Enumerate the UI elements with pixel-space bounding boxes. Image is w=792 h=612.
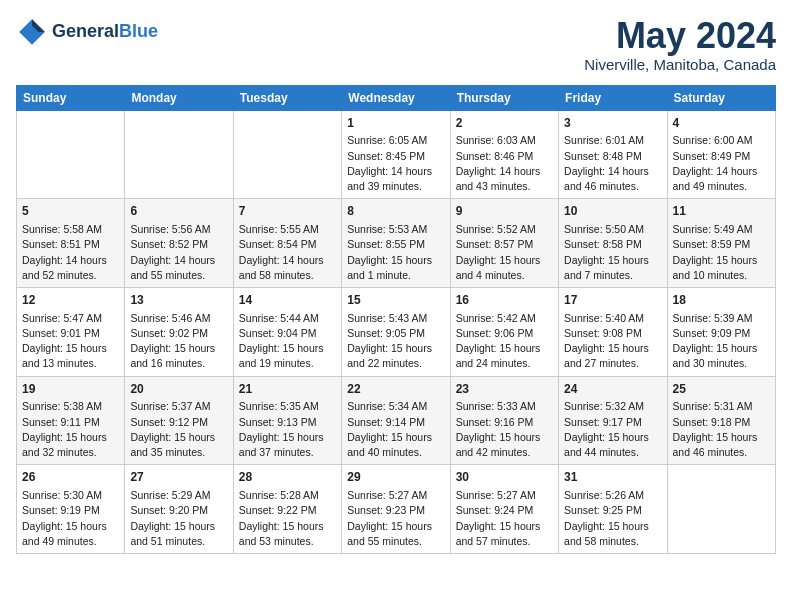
day-number: 7: [239, 203, 336, 220]
day-number: 5: [22, 203, 119, 220]
day-number: 9: [456, 203, 553, 220]
day-info: Sunrise: 5:47 AM Sunset: 9:01 PM Dayligh…: [22, 311, 119, 372]
header-sunday: Sunday: [17, 85, 125, 110]
calendar-cell: 28Sunrise: 5:28 AM Sunset: 9:22 PM Dayli…: [233, 465, 341, 554]
page-header: GeneralBlue May 2024 Niverville, Manitob…: [16, 16, 776, 73]
day-info: Sunrise: 5:50 AM Sunset: 8:58 PM Dayligh…: [564, 222, 661, 283]
day-info: Sunrise: 5:27 AM Sunset: 9:24 PM Dayligh…: [456, 488, 553, 549]
calendar-cell: 7Sunrise: 5:55 AM Sunset: 8:54 PM Daylig…: [233, 199, 341, 288]
calendar-cell: 5Sunrise: 5:58 AM Sunset: 8:51 PM Daylig…: [17, 199, 125, 288]
calendar-cell: 17Sunrise: 5:40 AM Sunset: 9:08 PM Dayli…: [559, 287, 667, 376]
calendar-header: SundayMondayTuesdayWednesdayThursdayFrid…: [17, 85, 776, 110]
day-info: Sunrise: 5:56 AM Sunset: 8:52 PM Dayligh…: [130, 222, 227, 283]
day-number: 28: [239, 469, 336, 486]
day-number: 19: [22, 381, 119, 398]
calendar-cell: 4Sunrise: 6:00 AM Sunset: 8:49 PM Daylig…: [667, 110, 775, 199]
day-number: 13: [130, 292, 227, 309]
calendar-cell: 30Sunrise: 5:27 AM Sunset: 9:24 PM Dayli…: [450, 465, 558, 554]
week-row-3: 12Sunrise: 5:47 AM Sunset: 9:01 PM Dayli…: [17, 287, 776, 376]
header-thursday: Thursday: [450, 85, 558, 110]
month-title: May 2024: [584, 16, 776, 56]
day-info: Sunrise: 5:32 AM Sunset: 9:17 PM Dayligh…: [564, 399, 661, 460]
calendar-cell: 6Sunrise: 5:56 AM Sunset: 8:52 PM Daylig…: [125, 199, 233, 288]
day-info: Sunrise: 5:55 AM Sunset: 8:54 PM Dayligh…: [239, 222, 336, 283]
day-info: Sunrise: 5:37 AM Sunset: 9:12 PM Dayligh…: [130, 399, 227, 460]
day-number: 30: [456, 469, 553, 486]
day-info: Sunrise: 5:42 AM Sunset: 9:06 PM Dayligh…: [456, 311, 553, 372]
day-info: Sunrise: 5:34 AM Sunset: 9:14 PM Dayligh…: [347, 399, 444, 460]
calendar-cell: 22Sunrise: 5:34 AM Sunset: 9:14 PM Dayli…: [342, 376, 450, 465]
day-info: Sunrise: 5:30 AM Sunset: 9:19 PM Dayligh…: [22, 488, 119, 549]
calendar-cell: 24Sunrise: 5:32 AM Sunset: 9:17 PM Dayli…: [559, 376, 667, 465]
day-number: 8: [347, 203, 444, 220]
calendar-cell: 9Sunrise: 5:52 AM Sunset: 8:57 PM Daylig…: [450, 199, 558, 288]
location: Niverville, Manitoba, Canada: [584, 56, 776, 73]
calendar-cell: [17, 110, 125, 199]
day-number: 29: [347, 469, 444, 486]
day-number: 2: [456, 115, 553, 132]
calendar-cell: 15Sunrise: 5:43 AM Sunset: 9:05 PM Dayli…: [342, 287, 450, 376]
calendar-cell: 2Sunrise: 6:03 AM Sunset: 8:46 PM Daylig…: [450, 110, 558, 199]
day-number: 24: [564, 381, 661, 398]
calendar-cell: 13Sunrise: 5:46 AM Sunset: 9:02 PM Dayli…: [125, 287, 233, 376]
day-info: Sunrise: 5:53 AM Sunset: 8:55 PM Dayligh…: [347, 222, 444, 283]
day-number: 4: [673, 115, 770, 132]
day-info: Sunrise: 5:40 AM Sunset: 9:08 PM Dayligh…: [564, 311, 661, 372]
calendar-cell: 11Sunrise: 5:49 AM Sunset: 8:59 PM Dayli…: [667, 199, 775, 288]
calendar-cell: [667, 465, 775, 554]
calendar-cell: 20Sunrise: 5:37 AM Sunset: 9:12 PM Dayli…: [125, 376, 233, 465]
logo-icon: [16, 16, 48, 48]
day-info: Sunrise: 6:03 AM Sunset: 8:46 PM Dayligh…: [456, 133, 553, 194]
week-row-2: 5Sunrise: 5:58 AM Sunset: 8:51 PM Daylig…: [17, 199, 776, 288]
day-info: Sunrise: 5:58 AM Sunset: 8:51 PM Dayligh…: [22, 222, 119, 283]
day-number: 3: [564, 115, 661, 132]
day-info: Sunrise: 5:29 AM Sunset: 9:20 PM Dayligh…: [130, 488, 227, 549]
calendar-cell: 10Sunrise: 5:50 AM Sunset: 8:58 PM Dayli…: [559, 199, 667, 288]
day-number: 16: [456, 292, 553, 309]
calendar-cell: 31Sunrise: 5:26 AM Sunset: 9:25 PM Dayli…: [559, 465, 667, 554]
day-number: 31: [564, 469, 661, 486]
day-info: Sunrise: 6:05 AM Sunset: 8:45 PM Dayligh…: [347, 133, 444, 194]
day-number: 20: [130, 381, 227, 398]
calendar-table: SundayMondayTuesdayWednesdayThursdayFrid…: [16, 85, 776, 554]
day-info: Sunrise: 5:43 AM Sunset: 9:05 PM Dayligh…: [347, 311, 444, 372]
week-row-1: 1Sunrise: 6:05 AM Sunset: 8:45 PM Daylig…: [17, 110, 776, 199]
calendar-cell: [125, 110, 233, 199]
day-number: 17: [564, 292, 661, 309]
header-monday: Monday: [125, 85, 233, 110]
calendar-cell: 16Sunrise: 5:42 AM Sunset: 9:06 PM Dayli…: [450, 287, 558, 376]
day-number: 15: [347, 292, 444, 309]
day-number: 12: [22, 292, 119, 309]
day-number: 10: [564, 203, 661, 220]
calendar-cell: [233, 110, 341, 199]
calendar-cell: 14Sunrise: 5:44 AM Sunset: 9:04 PM Dayli…: [233, 287, 341, 376]
day-number: 27: [130, 469, 227, 486]
day-number: 26: [22, 469, 119, 486]
day-info: Sunrise: 6:00 AM Sunset: 8:49 PM Dayligh…: [673, 133, 770, 194]
day-number: 11: [673, 203, 770, 220]
day-info: Sunrise: 5:33 AM Sunset: 9:16 PM Dayligh…: [456, 399, 553, 460]
calendar-cell: 25Sunrise: 5:31 AM Sunset: 9:18 PM Dayli…: [667, 376, 775, 465]
day-number: 22: [347, 381, 444, 398]
day-number: 18: [673, 292, 770, 309]
calendar-cell: 29Sunrise: 5:27 AM Sunset: 9:23 PM Dayli…: [342, 465, 450, 554]
logo: GeneralBlue: [16, 16, 158, 48]
calendar-cell: 3Sunrise: 6:01 AM Sunset: 8:48 PM Daylig…: [559, 110, 667, 199]
calendar-cell: 27Sunrise: 5:29 AM Sunset: 9:20 PM Dayli…: [125, 465, 233, 554]
header-friday: Friday: [559, 85, 667, 110]
calendar-cell: 18Sunrise: 5:39 AM Sunset: 9:09 PM Dayli…: [667, 287, 775, 376]
header-saturday: Saturday: [667, 85, 775, 110]
calendar-cell: 12Sunrise: 5:47 AM Sunset: 9:01 PM Dayli…: [17, 287, 125, 376]
day-info: Sunrise: 5:44 AM Sunset: 9:04 PM Dayligh…: [239, 311, 336, 372]
title-block: May 2024 Niverville, Manitoba, Canada: [584, 16, 776, 73]
day-info: Sunrise: 5:27 AM Sunset: 9:23 PM Dayligh…: [347, 488, 444, 549]
header-tuesday: Tuesday: [233, 85, 341, 110]
day-info: Sunrise: 5:31 AM Sunset: 9:18 PM Dayligh…: [673, 399, 770, 460]
day-info: Sunrise: 6:01 AM Sunset: 8:48 PM Dayligh…: [564, 133, 661, 194]
calendar-cell: 1Sunrise: 6:05 AM Sunset: 8:45 PM Daylig…: [342, 110, 450, 199]
calendar-cell: 26Sunrise: 5:30 AM Sunset: 9:19 PM Dayli…: [17, 465, 125, 554]
day-info: Sunrise: 5:46 AM Sunset: 9:02 PM Dayligh…: [130, 311, 227, 372]
day-number: 1: [347, 115, 444, 132]
calendar-cell: 8Sunrise: 5:53 AM Sunset: 8:55 PM Daylig…: [342, 199, 450, 288]
day-number: 14: [239, 292, 336, 309]
